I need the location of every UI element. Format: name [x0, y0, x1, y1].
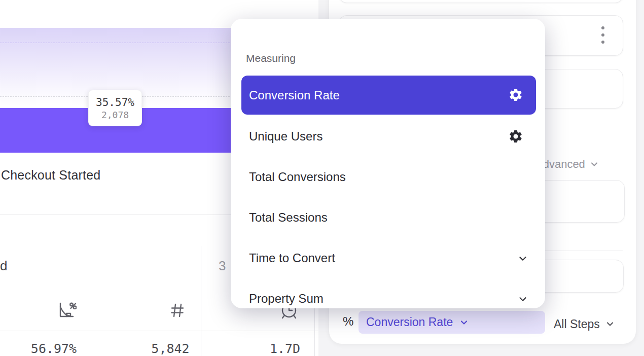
- funnel-report-screen: 35.57% 2,078 Checkout Started d 3: [0, 0, 644, 356]
- tooltip-percent: 35.57%: [96, 96, 134, 109]
- dropdown-header: Measuring: [246, 52, 296, 64]
- menu-item-label: Total Sessions: [249, 210, 328, 225]
- menu-item-conversion-rate[interactable]: Conversion Rate: [241, 76, 536, 115]
- chevron-down-icon: [605, 319, 615, 329]
- chevron-down-icon: [517, 294, 528, 305]
- conversion-rate-icon: [56, 300, 77, 321]
- gear-icon[interactable]: [508, 129, 523, 144]
- hash-icon: [169, 302, 186, 319]
- table-row-divider: [0, 331, 318, 331]
- step-row-card[interactable]: [339, 0, 623, 3]
- tooltip-count: 2,078: [101, 110, 129, 120]
- step-label: Checkout Started: [1, 168, 100, 183]
- table-step-header-right: 3: [219, 258, 226, 274]
- chevron-down-icon: [589, 159, 599, 169]
- chart-tooltip: 35.57% 2,078: [88, 90, 142, 126]
- chevron-down-icon: [517, 253, 528, 264]
- count-value: 5,842: [142, 341, 199, 356]
- step-options-kebab-icon[interactable]: [597, 26, 609, 44]
- menu-item-label: Unique Users: [249, 129, 323, 144]
- menu-item-label: Total Conversions: [249, 170, 346, 184]
- gear-icon[interactable]: [508, 87, 523, 102]
- menu-item-total-conversions[interactable]: Total Conversions: [241, 158, 536, 196]
- steps-selector-label: All Steps: [554, 317, 600, 331]
- menu-item-label: Conversion Rate: [249, 88, 340, 102]
- conversion-rate-value: 56.97%: [20, 341, 87, 356]
- measuring-dropdown: Measuring Conversion Rate Unique Users T…: [231, 19, 545, 308]
- menu-item-total-sessions[interactable]: Total Sessions: [241, 198, 536, 237]
- menu-item-label: Time to Convert: [249, 251, 335, 265]
- table-column-divider: [201, 246, 201, 356]
- menu-item-time-to-convert[interactable]: Time to Convert: [241, 239, 536, 277]
- table-step-header-left: d: [0, 258, 7, 274]
- chevron-down-icon: [459, 317, 469, 328]
- steps-selector[interactable]: All Steps: [554, 317, 615, 331]
- menu-item-label: Property Sum: [249, 292, 324, 306]
- time-to-convert-value: 1.7D: [262, 341, 308, 356]
- menu-item-unique-users[interactable]: Unique Users: [241, 117, 536, 156]
- menu-item-property-sum[interactable]: Property Sum: [241, 279, 536, 318]
